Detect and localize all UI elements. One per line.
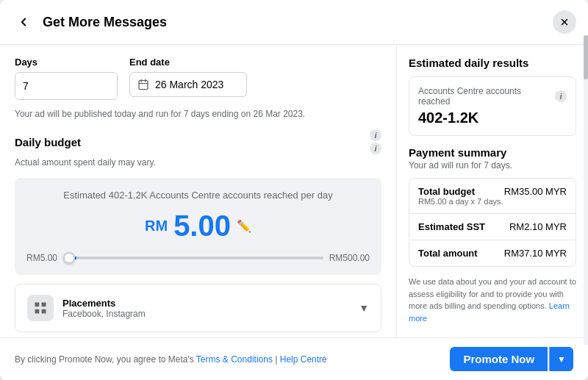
modal-title: Get More Messages	[43, 15, 553, 30]
payment-row-total-budget: Total budget RM5.00 a day x 7 days. RM35…	[409, 179, 576, 214]
svg-rect-2	[139, 81, 148, 90]
placements-chevron-icon: ▼	[359, 302, 369, 314]
right-panel: Estimated daily results Accounts Centre …	[397, 45, 588, 337]
budget-estimate: Estimated 402-1.2K Accounts Centre accou…	[26, 190, 370, 201]
estimated-card: Accounts Centre accounts reached i 402-1…	[409, 76, 576, 136]
placements-sub: Facebook, Instagram	[62, 309, 350, 319]
slider-min-label: RM5.00	[26, 253, 57, 263]
days-group: Days ▲ ▼	[15, 57, 118, 100]
end-date-group: End date 26 March 2023	[129, 57, 247, 100]
daily-budget-header: Daily budget i i	[15, 129, 381, 154]
currency-label: RM	[145, 218, 168, 234]
total-amount-value: RM37.10 MYR	[504, 248, 567, 259]
promote-dropdown-button[interactable]: ▼	[549, 347, 573, 371]
eligibility-text: We use data about you and your ad accoun…	[409, 276, 576, 324]
placements-card[interactable]: Placements Facebook, Instagram ▼	[15, 284, 381, 332]
slider-max-label: RM500.00	[329, 253, 370, 263]
scrollbar-thumb[interactable]	[584, 35, 588, 79]
publish-notice: Your ad will be published today and run …	[15, 109, 381, 119]
left-panel: Days ▲ ▼ End date	[0, 45, 397, 337]
total-budget-label: Total budget	[418, 186, 503, 197]
payment-table: Total budget RM5.00 a day x 7 days. RM35…	[409, 178, 576, 267]
budget-info-icon-2[interactable]: i	[370, 143, 381, 154]
total-budget-sub: RM5.00 a day x 7 days.	[418, 197, 503, 206]
estimated-title: Estimated daily results	[409, 57, 576, 69]
end-date-picker[interactable]: 26 March 2023	[129, 72, 247, 97]
terms-link[interactable]: Terms & Conditions	[196, 354, 273, 365]
end-date-label: End date	[129, 57, 247, 68]
placements-icon	[27, 295, 54, 321]
budget-info-icon-1[interactable]: i	[370, 129, 381, 141]
payment-row-sst: Estimated SST RM2.10 MYR	[409, 214, 576, 240]
help-link[interactable]: Help Centre	[280, 354, 327, 365]
calendar-icon	[137, 79, 149, 90]
footer-actions: Promote Now ▼	[450, 347, 573, 371]
scrollbar-track	[584, 35, 588, 345]
slider-row: RM5.00 RM500.00	[26, 253, 370, 263]
modal-footer: By clicking Promote Now, you agree to Me…	[0, 337, 588, 380]
accounts-value: 402-1.2K	[418, 110, 567, 126]
payment-row-total: Total amount RM37.10 MYR	[409, 240, 576, 266]
promote-now-button[interactable]: Promote Now	[450, 347, 548, 371]
svg-rect-7	[42, 303, 46, 307]
budget-amount-row: RM 5.00 ✏️	[26, 209, 370, 243]
budget-info-icons: i i	[370, 129, 381, 154]
edit-amount-icon[interactable]: ✏️	[237, 219, 251, 233]
placements-title: Placements	[62, 298, 350, 309]
payment-summary-title: Payment summary	[409, 146, 576, 159]
footer-text: By clicking Promote Now, you agree to Me…	[15, 354, 327, 365]
svg-rect-8	[35, 309, 40, 314]
end-date-value: 26 March 2023	[155, 79, 223, 90]
svg-rect-6	[35, 303, 40, 307]
amount-value: 5.00	[173, 209, 231, 243]
back-button[interactable]	[12, 10, 35, 34]
total-budget-value: RM35.00 MYR	[504, 186, 567, 206]
modal-container: Get More Messages Days ▲ ▼	[0, 0, 588, 380]
modal-header: Get More Messages	[0, 0, 588, 45]
placements-info: Placements Facebook, Instagram	[62, 298, 350, 319]
days-input-wrapper: ▲ ▼	[15, 72, 118, 100]
date-row: Days ▲ ▼ End date	[15, 57, 381, 100]
accounts-info-icon[interactable]: i	[555, 90, 567, 102]
budget-card: Estimated 402-1.2K Accounts Centre accou…	[15, 178, 381, 275]
modal-body: Days ▲ ▼ End date	[0, 45, 588, 337]
accounts-label: Accounts Centre accounts reached i	[418, 86, 567, 107]
close-button[interactable]	[553, 10, 576, 34]
payment-summary-sub: Your ad will run for 7 days.	[409, 160, 576, 171]
budget-slider[interactable]	[63, 257, 323, 259]
daily-budget-title: Daily budget	[15, 136, 81, 148]
sst-label: Estimated SST	[418, 221, 485, 232]
daily-budget-sub: Actual amount spent daily may vary.	[15, 157, 381, 168]
svg-rect-9	[42, 309, 46, 314]
days-label: Days	[15, 57, 118, 68]
total-amount-label: Total amount	[418, 248, 478, 259]
sst-value: RM2.10 MYR	[509, 221, 567, 232]
days-input[interactable]	[15, 74, 118, 98]
